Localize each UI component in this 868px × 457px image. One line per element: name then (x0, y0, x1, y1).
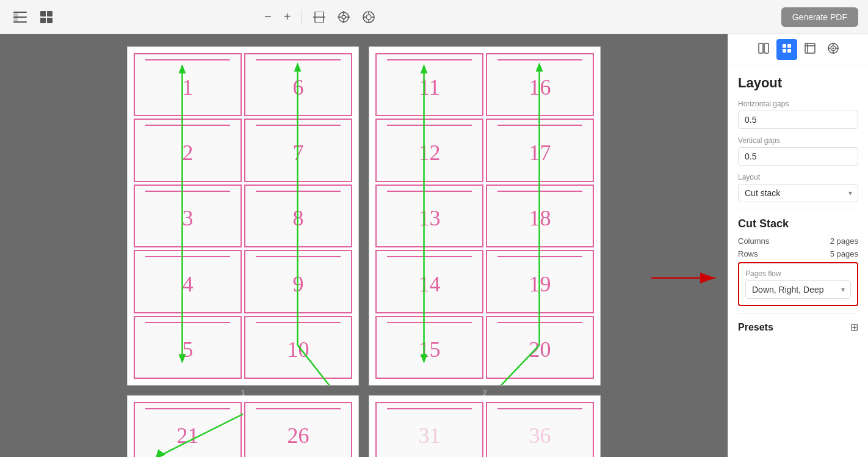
columns-row: Columns 2 pages (738, 236, 858, 246)
cell-3: 3 (134, 185, 242, 247)
layout-section: Layout Horizontal gaps 0.5 Vertical gaps… (738, 75, 858, 202)
cell-16: 16 (486, 53, 594, 116)
svg-rect-7 (47, 18, 52, 23)
panel-tab-layout[interactable] (776, 39, 797, 60)
cell-6: 6 (244, 53, 352, 116)
svg-rect-6 (40, 18, 46, 23)
cell-5: 5 (134, 316, 242, 379)
right-panel: Layout Horizontal gaps 0.5 Vertical gaps… (728, 34, 868, 457)
svg-point-11 (342, 15, 345, 19)
actual-size-button[interactable] (358, 8, 379, 26)
panel-content: Layout Horizontal gaps 0.5 Vertical gaps… (728, 65, 868, 457)
cell-2: 2 (134, 119, 242, 181)
columns-value: 2 pages (830, 236, 858, 246)
print-page-4: 31 36 (369, 395, 601, 457)
print-page-3: 21 26 31 36 (127, 395, 359, 457)
cell-1: 1 (134, 53, 242, 116)
toolbar-separator (302, 10, 302, 24)
toolbar: − + (0, 0, 868, 34)
zoom-out-button[interactable]: − (261, 7, 275, 26)
toolbar-center: − + (261, 7, 379, 26)
vertical-gaps-value[interactable]: 0.5 (738, 147, 858, 166)
pages-flow-section: Pages flow Down, Right, Deep Right, Down… (738, 262, 858, 306)
fit-width-button[interactable] (334, 9, 353, 26)
svg-rect-4 (40, 11, 46, 16)
main-area: 1 6 2 7 3 8 4 9 5 10 (0, 34, 868, 457)
panel-tab-pages[interactable] (753, 39, 774, 60)
panel-icon-tabs (728, 34, 868, 65)
rows-row: Rows 5 pages (738, 249, 858, 258)
svg-rect-2 (13, 16, 27, 18)
panel-tab-crop[interactable] (800, 39, 820, 60)
svg-rect-1 (13, 12, 27, 13)
toggle-sidebar-button[interactable] (10, 9, 31, 25)
cell-4: 4 (134, 250, 242, 313)
section-divider-2 (738, 313, 858, 314)
cell-13: 13 (375, 185, 483, 247)
columns-label: Columns (738, 236, 769, 246)
pages-flow-select[interactable]: Down, Right, Deep Right, Down, Deep Down… (745, 280, 851, 299)
rows-label: Rows (738, 249, 758, 258)
generate-pdf-button[interactable]: Generate PDF (781, 7, 858, 27)
zoom-in-button[interactable]: + (280, 7, 295, 26)
cell-blank1: 31 (375, 402, 483, 457)
svg-rect-39 (783, 44, 786, 48)
cell-9: 9 (244, 250, 352, 313)
presets-header: Presets ⊞ (738, 321, 858, 333)
horizontal-gaps-label: Horizontal gaps (738, 100, 858, 108)
layout-section-title: Layout (738, 75, 858, 91)
cell-12: 12 (375, 119, 483, 181)
presets-title: Presets (738, 322, 773, 333)
cell-18: 18 (486, 185, 594, 247)
cell-17: 17 (486, 119, 594, 181)
svg-point-48 (832, 48, 834, 49)
cell-15: 15 (375, 316, 483, 379)
cut-stack-section: Cut Stack Columns 2 pages Rows 5 pages (738, 218, 858, 258)
print-page-1: 1 6 2 7 3 8 4 9 5 10 (127, 46, 359, 386)
toolbar-right: Generate PDF (781, 7, 858, 27)
cell-19: 19 (486, 250, 594, 313)
fit-page-button[interactable] (309, 9, 329, 25)
svg-rect-40 (787, 44, 791, 48)
toolbar-left-icons (10, 9, 56, 26)
svg-rect-41 (783, 49, 786, 53)
svg-rect-5 (47, 11, 52, 16)
svg-point-17 (366, 15, 371, 20)
svg-rect-36 (759, 43, 763, 53)
svg-rect-37 (764, 43, 769, 53)
presets-grid-icon[interactable]: ⊞ (850, 321, 858, 333)
horizontal-gaps-value[interactable]: 0.5 (738, 111, 858, 129)
rows-value: 5 pages (830, 249, 858, 258)
layout-field-label: Layout (738, 173, 858, 181)
svg-rect-3 (13, 21, 27, 23)
layout-select[interactable]: Cut stack Grid Booklet Saddle stitch (738, 184, 858, 202)
page-row-1: 1 6 2 7 3 8 4 9 5 10 (127, 46, 601, 386)
pages-flow-label: Pages flow (745, 269, 851, 278)
vertical-gaps-label: Vertical gaps (738, 136, 858, 145)
cell-8: 8 (244, 185, 352, 247)
pages-flow-select-wrapper: Down, Right, Deep Right, Down, Deep Down… (745, 280, 851, 299)
cell-7: 7 (244, 119, 352, 181)
print-page-2: 11 16 12 17 13 18 14 19 15 20 (369, 46, 601, 386)
cell-blank2: 36 (486, 402, 594, 457)
svg-rect-43 (805, 43, 815, 53)
page-row-2: 21 26 31 36 31 36 (127, 395, 601, 457)
section-divider-1 (738, 210, 858, 210)
cut-stack-title: Cut Stack (738, 218, 858, 230)
cell-11: 11 (375, 53, 483, 116)
layout-select-wrapper: Cut stack Grid Booklet Saddle stitch (738, 184, 858, 202)
canvas-area[interactable]: 1 6 2 7 3 8 4 9 5 10 (0, 34, 728, 457)
cell-14: 14 (375, 250, 483, 313)
svg-rect-42 (787, 49, 791, 53)
cell-21: 21 (134, 402, 242, 457)
panel-tab-target[interactable] (823, 39, 844, 60)
cell-26: 26 (244, 402, 352, 457)
cell-10: 10 (244, 316, 352, 379)
toggle-grid-button[interactable] (37, 9, 56, 26)
cell-20: 20 (486, 316, 594, 379)
